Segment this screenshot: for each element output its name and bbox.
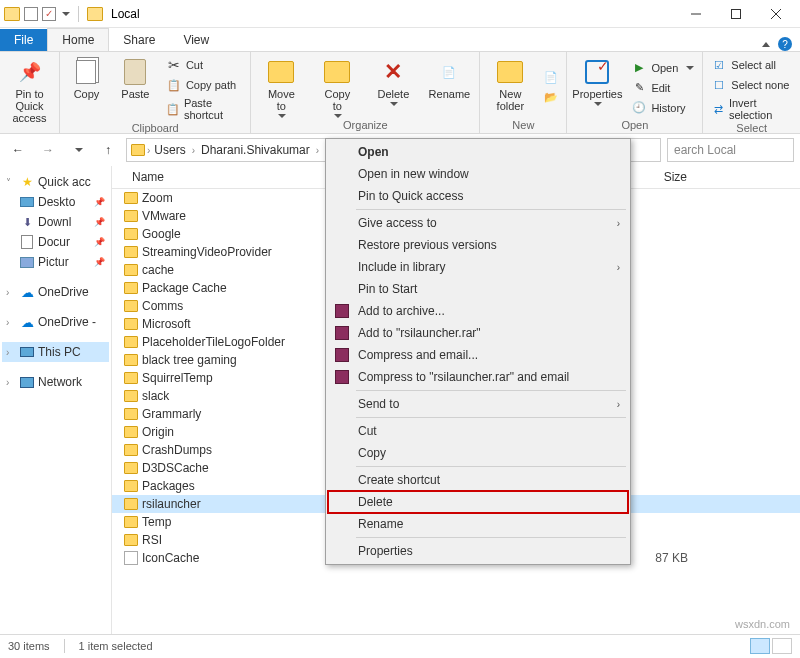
nav-up-button[interactable]: ↑ bbox=[96, 138, 120, 162]
delete-button[interactable]: ✕Delete bbox=[369, 56, 417, 119]
select-none-button[interactable]: ☐Select none bbox=[709, 76, 794, 94]
context-menu-item[interactable]: Open in new window bbox=[328, 163, 628, 185]
ribbon-tabs: File Home Share View ? bbox=[0, 28, 800, 52]
folder-icon bbox=[124, 480, 138, 492]
menu-item-label: Cut bbox=[358, 424, 377, 438]
paste-shortcut-button[interactable]: 📋Paste shortcut bbox=[164, 96, 244, 122]
file-name: Grammarly bbox=[142, 407, 201, 421]
search-input[interactable]: earch Local bbox=[667, 138, 794, 162]
context-menu-item[interactable]: Add to archive... bbox=[328, 300, 628, 322]
select-all-button[interactable]: ☑Select all bbox=[709, 56, 794, 74]
copy-path-button[interactable]: 📋Copy path bbox=[164, 76, 244, 94]
context-menu-item[interactable]: Give access to› bbox=[328, 212, 628, 234]
paste-button[interactable]: Paste bbox=[115, 56, 156, 122]
context-menu-item[interactable]: Create shortcut bbox=[328, 469, 628, 491]
context-menu-item[interactable]: Cut bbox=[328, 420, 628, 442]
context-menu-item[interactable]: Pin to Quick access bbox=[328, 185, 628, 207]
context-menu-item[interactable]: Add to "rsilauncher.rar" bbox=[328, 322, 628, 344]
easy-access-button[interactable]: 📂 bbox=[542, 89, 560, 107]
qat-dropdown-icon[interactable] bbox=[62, 12, 70, 16]
tab-file[interactable]: File bbox=[0, 29, 47, 51]
menu-separator bbox=[356, 466, 626, 467]
nav-item[interactable]: ›☁OneDrive - bbox=[2, 312, 109, 332]
nav-item[interactable]: Deskto📌 bbox=[2, 192, 109, 212]
context-menu-item[interactable]: Include in library› bbox=[328, 256, 628, 278]
qat-check2[interactable] bbox=[42, 7, 56, 21]
context-menu-item[interactable]: Delete bbox=[328, 491, 628, 513]
help-icon[interactable]: ? bbox=[778, 37, 792, 51]
minimize-button[interactable] bbox=[676, 0, 716, 28]
nav-item[interactable]: ›Network bbox=[2, 372, 109, 392]
nav-item-label: Pictur bbox=[38, 255, 69, 269]
context-menu-item[interactable]: Rename bbox=[328, 513, 628, 535]
rar-icon bbox=[334, 325, 350, 341]
nav-item[interactable]: ˅★Quick acc bbox=[2, 172, 109, 192]
menu-item-label: Compress and email... bbox=[358, 348, 478, 362]
folder-icon bbox=[124, 300, 138, 312]
copy-to-button[interactable]: Copy to bbox=[313, 56, 361, 119]
history-button[interactable]: 🕘History bbox=[629, 99, 696, 117]
edit-button[interactable]: ✎Edit bbox=[629, 79, 696, 97]
nav-item[interactable]: ⬇Downl📌 bbox=[2, 212, 109, 232]
nav-item-label: OneDrive bbox=[38, 285, 89, 299]
nav-item[interactable]: Pictur📌 bbox=[2, 252, 109, 272]
maximize-button[interactable] bbox=[716, 0, 756, 28]
file-name: Temp bbox=[142, 515, 171, 529]
tab-home[interactable]: Home bbox=[47, 28, 109, 51]
context-menu-item[interactable]: Open bbox=[328, 141, 628, 163]
move-to-button[interactable]: Move to bbox=[257, 56, 305, 119]
nav-item[interactable]: Docur📌 bbox=[2, 232, 109, 252]
file-name: PlaceholderTileLogoFolder bbox=[142, 335, 285, 349]
file-name: RSI bbox=[142, 533, 162, 547]
tab-share[interactable]: Share bbox=[109, 29, 169, 51]
cut-button[interactable]: ✂Cut bbox=[164, 56, 244, 74]
file-name: Packages bbox=[142, 479, 195, 493]
app-folder-icon bbox=[4, 7, 20, 21]
collapse-ribbon-icon[interactable] bbox=[762, 42, 770, 47]
menu-item-label: Open bbox=[358, 145, 389, 159]
context-menu-item[interactable]: Compress and email... bbox=[328, 344, 628, 366]
nav-item[interactable]: ›☁OneDrive bbox=[2, 282, 109, 302]
file-name: Origin bbox=[142, 425, 174, 439]
pin-icon: 📌 bbox=[94, 257, 105, 267]
qat-check1[interactable] bbox=[24, 7, 38, 21]
nav-forward-button[interactable]: → bbox=[36, 138, 60, 162]
navigation-pane: ˅★Quick accDeskto📌⬇Downl📌Docur📌Pictur📌›☁… bbox=[0, 166, 112, 634]
view-details-button[interactable] bbox=[750, 638, 770, 654]
context-menu-item[interactable]: Compress to "rsilauncher.rar" and email bbox=[328, 366, 628, 388]
nav-recent-button[interactable] bbox=[66, 138, 90, 162]
pin-quick-access-button[interactable]: 📌Pin to Quick access bbox=[6, 56, 53, 131]
menu-item-label: Pin to Start bbox=[358, 282, 417, 296]
breadcrumb-item[interactable]: Users› bbox=[152, 143, 197, 157]
folder-icon bbox=[124, 192, 138, 204]
group-select-label: Select bbox=[709, 122, 794, 134]
context-menu-item[interactable]: Properties bbox=[328, 540, 628, 562]
folder-icon bbox=[124, 318, 138, 330]
menu-item-label: Restore previous versions bbox=[358, 238, 497, 252]
context-menu-item[interactable]: Pin to Start bbox=[328, 278, 628, 300]
pin-icon: 📌 bbox=[94, 217, 105, 227]
nav-back-button[interactable]: ← bbox=[6, 138, 30, 162]
nav-item[interactable]: ›This PC bbox=[2, 342, 109, 362]
context-menu-item[interactable]: Send to› bbox=[328, 393, 628, 415]
context-menu-item[interactable]: Restore previous versions bbox=[328, 234, 628, 256]
copy-button[interactable]: Copy bbox=[66, 56, 107, 122]
invert-selection-button[interactable]: ⇄Invert selection bbox=[709, 96, 794, 122]
rename-button[interactable]: 📄Rename bbox=[425, 56, 473, 119]
view-large-button[interactable] bbox=[772, 638, 792, 654]
file-icon bbox=[124, 551, 138, 565]
pin-icon: 📌 bbox=[94, 237, 105, 247]
tab-view[interactable]: View bbox=[169, 29, 223, 51]
breadcrumb-item[interactable]: Dharani.Shivakumar› bbox=[199, 143, 321, 157]
pin-icon: 📌 bbox=[94, 197, 105, 207]
submenu-arrow-icon: › bbox=[617, 218, 620, 229]
net-icon bbox=[20, 375, 34, 389]
new-folder-button[interactable]: New folder bbox=[486, 56, 534, 119]
new-item-button[interactable]: 📄 bbox=[542, 69, 560, 87]
open-button[interactable]: ▶Open bbox=[629, 59, 696, 77]
context-menu-item[interactable]: Copy bbox=[328, 442, 628, 464]
close-button[interactable] bbox=[756, 0, 796, 28]
menu-item-label: Add to "rsilauncher.rar" bbox=[358, 326, 481, 340]
properties-button[interactable]: Properties bbox=[573, 56, 621, 119]
nav-item-label: Deskto bbox=[38, 195, 75, 209]
